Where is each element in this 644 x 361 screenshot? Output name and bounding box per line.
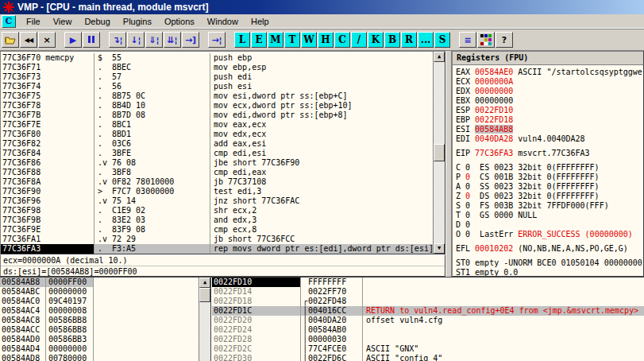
view-handles-button[interactable]: H xyxy=(318,32,334,48)
registers-header[interactable]: Registers (FPU) xyxy=(453,52,643,65)
fpu-register-line[interactable]: ST0 empty -UNORM BCE0 01050104 00000000 xyxy=(456,258,643,268)
disasm-row[interactable]: 77C36F9B.83E2 03and edx,3 xyxy=(1,215,433,225)
dump-row[interactable]: 00584AC800586BB8 xyxy=(0,316,199,325)
disasm-row[interactable]: 77C36F90>F7C7 03000000test edi,3 xyxy=(1,187,433,196)
go-to-address-button[interactable]: →¦ xyxy=(208,32,226,48)
menu-item-debug[interactable]: Debug xyxy=(78,16,116,27)
register-line[interactable]: O 0 LastErr ERROR_SUCCESS (00000000) xyxy=(456,230,643,239)
step-into-button[interactable]: ↴¦ xyxy=(109,32,126,48)
disassembly-scrollbar[interactable]: ▲ ▼ xyxy=(433,52,445,254)
fpu-register-line[interactable]: ST1 empty 0.0 xyxy=(456,268,643,276)
stack-row[interactable]: 0022FD24│00584AB0 xyxy=(212,325,644,335)
view-windows-button[interactable]: W xyxy=(301,32,317,48)
scroll-track[interactable] xyxy=(199,302,210,361)
dump-row[interactable]: 00584AD400000000 xyxy=(0,344,199,354)
view-executables-button[interactable]: E xyxy=(251,32,267,48)
disasm-row[interactable]: 77C36F9E.83F9 08cmp ecx,8 xyxy=(1,225,433,235)
view-patches-button[interactable]: / xyxy=(351,32,367,48)
dump-row[interactable]: 00584ACC00586BB8 xyxy=(0,325,199,335)
stack-row[interactable]: 0022FD20│0040DA20offset vuln4.cfg xyxy=(212,316,644,325)
mdi-child-icon[interactable]: C xyxy=(2,15,16,28)
disasm-row[interactable]: 77C36F78.8B4D 10mov ecx,dword ptr ss:[eb… xyxy=(1,101,433,111)
trace-into-button[interactable]: ⇓¦ xyxy=(145,32,163,48)
register-line[interactable]: C 0 ES 0023 32bit 0(FFFFFFFF) xyxy=(456,163,643,173)
menu-item-help[interactable]: Help xyxy=(245,16,276,27)
register-line[interactable]: D 0 xyxy=(456,220,643,230)
menu-item-view[interactable]: View xyxy=(47,16,79,27)
dump-row[interactable]: 00584ABC00000000 xyxy=(0,287,199,297)
view-memory-button[interactable]: M xyxy=(268,32,283,48)
view-log-button[interactable]: L xyxy=(234,32,250,48)
stack-row[interactable]: 0022FD140022FF70 xyxy=(212,287,644,297)
run-button[interactable]: ▶ xyxy=(64,32,82,48)
dump-row[interactable]: 00584AB80000FF00 xyxy=(0,278,199,287)
register-line[interactable]: EDX 00000000 xyxy=(456,87,643,96)
disasm-row[interactable]: 77C36F71.8BECmov ebp,esp xyxy=(1,63,433,72)
disasm-row[interactable]: 77C36F84.3BFEcmp edi,esi xyxy=(1,149,433,158)
disasm-row[interactable]: 77C36FA3.F3:A5rep movs dword ptr es:[edi… xyxy=(1,244,433,254)
menu-item-window[interactable]: Window xyxy=(201,16,245,27)
disasm-row[interactable]: 77C36F7E.8BC1mov eax,ecx xyxy=(1,120,433,130)
view-references-button[interactable]: R xyxy=(401,32,417,48)
register-line[interactable]: ECX 0000000A xyxy=(456,77,643,87)
disasm-row[interactable]: 77C36F7B.8B7D 08mov edi,dword ptr ss:[eb… xyxy=(1,111,433,120)
stack-row[interactable]: 0022FD28│00000030 xyxy=(212,335,644,344)
stack-row[interactable]: 0022FD30│0022FD6CASCII "config_4" xyxy=(212,354,644,361)
register-line[interactable]: EBX 00000000 xyxy=(456,96,643,106)
scroll-track[interactable] xyxy=(434,161,445,243)
disasm-row[interactable]: 77C36F82.03C6add eax,esi xyxy=(1,139,433,149)
scroll-down-icon[interactable]: ▼ xyxy=(434,243,445,254)
appearance-button[interactable] xyxy=(477,32,495,48)
trace-over-button[interactable]: ⇊¦ xyxy=(164,32,181,48)
view-run-trace-button[interactable]: ... xyxy=(418,32,434,48)
dump-scrollbar[interactable]: ▲ xyxy=(199,278,210,361)
disasm-row[interactable]: 77C36F88.3BF8cmp edi,eax xyxy=(1,168,433,177)
view-threads-button[interactable]: T xyxy=(284,32,300,48)
register-line[interactable]: A 0 SS 0023 32bit 0(FFFFFFFF) xyxy=(456,182,643,192)
step-over-button[interactable]: ↓¦ xyxy=(127,32,145,48)
restart-button[interactable]: ◀◀ xyxy=(20,32,37,48)
disasm-row[interactable]: 77C36F73.57push edi xyxy=(1,72,433,82)
register-line[interactable]: EDI 0040DA28 vuln4.0040DA28 xyxy=(456,134,643,144)
windows-list-button[interactable]: ≡ xyxy=(459,32,476,48)
disasm-row[interactable]: 77C36F8A.v0F82 78010000jb 77C37108 xyxy=(1,177,433,187)
help-button[interactable]: ? xyxy=(496,32,513,48)
disasm-row[interactable]: 77C36F96.v75 14jnz short 77C36FAC xyxy=(1,196,433,206)
stack-row[interactable]: 0022FD18┌0022FD48 xyxy=(212,297,644,306)
scroll-up-icon[interactable]: ▲ xyxy=(434,52,445,62)
view-call-stack-button[interactable]: K xyxy=(368,32,384,48)
menu-item-options[interactable]: Options xyxy=(158,16,201,27)
stack-row[interactable]: 0022FD10FFFFFFFF xyxy=(212,278,644,287)
dump-row[interactable]: 00584AC400000008 xyxy=(0,306,199,316)
scroll-up-icon[interactable]: ▲ xyxy=(199,278,210,288)
stack-row[interactable]: 0022FD2C│77C4FCE0ASCII "GNX" xyxy=(212,344,644,354)
scroll-thumb[interactable] xyxy=(199,288,210,302)
dump-row[interactable]: 00584AC009C40197 xyxy=(0,297,199,306)
scroll-track[interactable] xyxy=(434,62,445,144)
pause-button[interactable] xyxy=(83,32,100,48)
disasm-row[interactable]: 77C36FA1.v72 29jb short 77C36FCC xyxy=(1,235,433,244)
register-line[interactable]: ESI 00584AB8 xyxy=(456,125,643,134)
stack-row[interactable]: 0022FD1C│004016CCRETURN to vuln4.read_co… xyxy=(212,306,644,316)
view-source-button[interactable]: S xyxy=(434,32,450,48)
disasm-row[interactable]: 77C36F75.8B75 0Cmov esi,dword ptr ss:[eb… xyxy=(1,91,433,101)
pane-splitter[interactable] xyxy=(445,51,452,277)
scroll-thumb[interactable] xyxy=(434,144,445,161)
register-line[interactable]: S 0 FS 003B 32bit 7FFDF000(FFF) xyxy=(456,201,643,211)
register-line[interactable]: EIP 77C36FA3 msvcrt.77C36FA3 xyxy=(456,149,643,158)
view-breakpoints-button[interactable]: B xyxy=(384,32,400,48)
open-file-button[interactable] xyxy=(2,32,19,48)
close-button[interactable]: × xyxy=(38,32,56,48)
register-line[interactable]: EAX 00584AE0 ASCII "/startolcsqsyptggwe xyxy=(456,68,643,77)
register-line[interactable]: EBP 0022FD18 xyxy=(456,115,643,125)
menu-item-plugins[interactable]: Plugins xyxy=(117,16,158,27)
view-cpu-button[interactable]: C xyxy=(334,32,350,48)
menu-item-file[interactable]: File xyxy=(20,16,47,27)
disasm-row[interactable]: 77C36F74.56push esi xyxy=(1,82,433,91)
register-line[interactable]: EFL 00010202 (NO,NB,NE,A,NS,PO,GE,G) xyxy=(456,244,643,254)
execute-till-return-button[interactable]: →] xyxy=(182,32,199,48)
register-line[interactable]: ESP 0022FD10 xyxy=(456,106,643,115)
disasm-row[interactable]: 77C36F80.8BD1mov edx,ecx xyxy=(1,130,433,139)
dump-row[interactable]: 00584AD000586BB3 xyxy=(0,335,199,344)
register-line[interactable]: T 0 GS 0000 NULL xyxy=(456,211,643,220)
